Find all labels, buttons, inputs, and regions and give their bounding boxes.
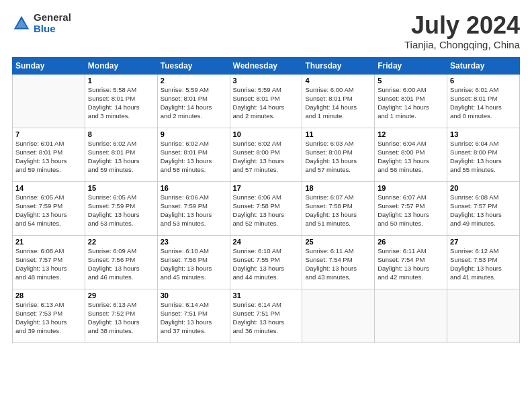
day-number: 30 bbox=[161, 291, 227, 300]
table-row: 4Sunrise: 6:00 AM Sunset: 8:01 PM Daylig… bbox=[302, 74, 375, 128]
day-info: Sunrise: 6:02 AM Sunset: 8:01 PM Dayligh… bbox=[161, 139, 227, 175]
table-row bbox=[13, 74, 85, 128]
day-info: Sunrise: 5:58 AM Sunset: 8:01 PM Dayligh… bbox=[88, 85, 154, 121]
day-info: Sunrise: 6:13 AM Sunset: 7:52 PM Dayligh… bbox=[88, 300, 154, 336]
day-number: 18 bbox=[305, 184, 371, 192]
calendar-week-row: 14Sunrise: 6:05 AM Sunset: 7:59 PM Dayli… bbox=[13, 181, 520, 235]
day-info: Sunrise: 6:13 AM Sunset: 7:53 PM Dayligh… bbox=[15, 300, 82, 336]
day-number: 7 bbox=[15, 130, 82, 138]
day-info: Sunrise: 6:08 AM Sunset: 7:57 PM Dayligh… bbox=[15, 246, 82, 282]
day-number: 14 bbox=[15, 184, 82, 192]
day-number: 2 bbox=[161, 77, 227, 85]
day-number: 19 bbox=[378, 184, 444, 192]
calendar-table: Sunday Monday Tuesday Wednesday Thursday… bbox=[12, 57, 520, 343]
day-number: 5 bbox=[378, 77, 444, 85]
day-number: 4 bbox=[305, 77, 371, 85]
day-info: Sunrise: 6:05 AM Sunset: 7:59 PM Dayligh… bbox=[88, 193, 154, 228]
day-info: Sunrise: 6:07 AM Sunset: 7:58 PM Dayligh… bbox=[305, 193, 371, 228]
table-row: 2Sunrise: 5:59 AM Sunset: 8:01 PM Daylig… bbox=[157, 74, 230, 128]
day-info: Sunrise: 6:09 AM Sunset: 7:56 PM Dayligh… bbox=[88, 246, 154, 282]
header: General Blue July 2024 Tianjia, Chongqin… bbox=[12, 12, 520, 50]
table-row: 30Sunrise: 6:14 AM Sunset: 7:51 PM Dayli… bbox=[157, 289, 230, 342]
table-row bbox=[302, 289, 375, 342]
day-info: Sunrise: 6:10 AM Sunset: 7:56 PM Dayligh… bbox=[161, 246, 227, 282]
day-number: 21 bbox=[15, 238, 82, 246]
day-info: Sunrise: 6:06 AM Sunset: 7:59 PM Dayligh… bbox=[161, 193, 227, 228]
table-row bbox=[447, 289, 520, 342]
day-number: 12 bbox=[378, 130, 444, 138]
day-number: 11 bbox=[305, 130, 371, 138]
calendar-week-row: 21Sunrise: 6:08 AM Sunset: 7:57 PM Dayli… bbox=[13, 235, 520, 289]
table-row: 22Sunrise: 6:09 AM Sunset: 7:56 PM Dayli… bbox=[85, 235, 157, 289]
table-row: 25Sunrise: 6:11 AM Sunset: 7:54 PM Dayli… bbox=[302, 235, 375, 289]
table-row: 14Sunrise: 6:05 AM Sunset: 7:59 PM Dayli… bbox=[13, 181, 85, 235]
table-row bbox=[375, 289, 447, 342]
day-info: Sunrise: 6:04 AM Sunset: 8:00 PM Dayligh… bbox=[378, 139, 444, 175]
table-row: 6Sunrise: 6:01 AM Sunset: 8:01 PM Daylig… bbox=[447, 74, 520, 128]
day-number: 28 bbox=[15, 291, 82, 300]
day-number: 20 bbox=[450, 184, 517, 192]
table-row: 20Sunrise: 6:08 AM Sunset: 7:57 PM Dayli… bbox=[447, 181, 520, 235]
logo: General Blue bbox=[12, 12, 71, 34]
day-info: Sunrise: 5:59 AM Sunset: 8:01 PM Dayligh… bbox=[233, 85, 300, 121]
table-row: 5Sunrise: 6:00 AM Sunset: 8:01 PM Daylig… bbox=[375, 74, 447, 128]
day-number: 1 bbox=[88, 77, 154, 85]
day-info: Sunrise: 6:03 AM Sunset: 8:00 PM Dayligh… bbox=[305, 139, 371, 175]
col-tuesday: Tuesday bbox=[157, 57, 230, 74]
calendar-week-row: 1Sunrise: 5:58 AM Sunset: 8:01 PM Daylig… bbox=[13, 74, 520, 128]
calendar-header-row: Sunday Monday Tuesday Wednesday Thursday… bbox=[13, 57, 520, 74]
day-info: Sunrise: 6:07 AM Sunset: 7:57 PM Dayligh… bbox=[378, 193, 444, 228]
day-info: Sunrise: 5:59 AM Sunset: 8:01 PM Dayligh… bbox=[161, 85, 227, 121]
day-info: Sunrise: 6:05 AM Sunset: 7:59 PM Dayligh… bbox=[15, 193, 82, 228]
day-number: 25 bbox=[305, 238, 371, 246]
table-row: 18Sunrise: 6:07 AM Sunset: 7:58 PM Dayli… bbox=[302, 181, 375, 235]
day-number: 29 bbox=[88, 291, 154, 300]
logo-text: General Blue bbox=[34, 12, 71, 34]
table-row: 8Sunrise: 6:02 AM Sunset: 8:01 PM Daylig… bbox=[85, 128, 157, 181]
table-row: 11Sunrise: 6:03 AM Sunset: 8:00 PM Dayli… bbox=[302, 128, 375, 181]
subtitle: Tianjia, Chongqing, China bbox=[404, 39, 520, 50]
table-row: 28Sunrise: 6:13 AM Sunset: 7:53 PM Dayli… bbox=[13, 289, 85, 342]
col-wednesday: Wednesday bbox=[230, 57, 302, 74]
table-row: 15Sunrise: 6:05 AM Sunset: 7:59 PM Dayli… bbox=[85, 181, 157, 235]
table-row: 31Sunrise: 6:14 AM Sunset: 7:51 PM Dayli… bbox=[230, 289, 302, 342]
col-friday: Friday bbox=[375, 57, 447, 74]
day-number: 31 bbox=[233, 291, 300, 300]
day-number: 27 bbox=[450, 238, 517, 246]
table-row: 26Sunrise: 6:11 AM Sunset: 7:54 PM Dayli… bbox=[375, 235, 447, 289]
table-row: 19Sunrise: 6:07 AM Sunset: 7:57 PM Dayli… bbox=[375, 181, 447, 235]
day-info: Sunrise: 6:14 AM Sunset: 7:51 PM Dayligh… bbox=[233, 300, 300, 336]
day-info: Sunrise: 6:11 AM Sunset: 7:54 PM Dayligh… bbox=[305, 246, 371, 282]
day-info: Sunrise: 6:08 AM Sunset: 7:57 PM Dayligh… bbox=[450, 193, 517, 228]
col-thursday: Thursday bbox=[302, 57, 375, 74]
day-number: 6 bbox=[450, 77, 517, 85]
col-saturday: Saturday bbox=[447, 57, 520, 74]
day-number: 10 bbox=[233, 130, 300, 138]
table-row: 17Sunrise: 6:06 AM Sunset: 7:58 PM Dayli… bbox=[230, 181, 302, 235]
col-sunday: Sunday bbox=[13, 57, 85, 74]
table-row: 1Sunrise: 5:58 AM Sunset: 8:01 PM Daylig… bbox=[85, 74, 157, 128]
day-info: Sunrise: 6:12 AM Sunset: 7:53 PM Dayligh… bbox=[450, 246, 517, 282]
main-title: July 2024 bbox=[404, 12, 520, 39]
logo-blue-text: Blue bbox=[34, 24, 71, 35]
table-row: 27Sunrise: 6:12 AM Sunset: 7:53 PM Dayli… bbox=[447, 235, 520, 289]
logo-icon bbox=[12, 14, 31, 33]
day-number: 16 bbox=[161, 184, 227, 192]
table-row: 9Sunrise: 6:02 AM Sunset: 8:01 PM Daylig… bbox=[157, 128, 230, 181]
table-row: 23Sunrise: 6:10 AM Sunset: 7:56 PM Dayli… bbox=[157, 235, 230, 289]
day-number: 22 bbox=[88, 238, 154, 246]
table-row: 7Sunrise: 6:01 AM Sunset: 8:01 PM Daylig… bbox=[13, 128, 85, 181]
table-row: 21Sunrise: 6:08 AM Sunset: 7:57 PM Dayli… bbox=[13, 235, 85, 289]
table-row: 3Sunrise: 5:59 AM Sunset: 8:01 PM Daylig… bbox=[230, 74, 302, 128]
day-number: 3 bbox=[233, 77, 300, 85]
day-info: Sunrise: 6:06 AM Sunset: 7:58 PM Dayligh… bbox=[233, 193, 300, 228]
title-block: July 2024 Tianjia, Chongqing, China bbox=[404, 12, 520, 50]
day-number: 9 bbox=[161, 130, 227, 138]
table-row: 16Sunrise: 6:06 AM Sunset: 7:59 PM Dayli… bbox=[157, 181, 230, 235]
table-row: 13Sunrise: 6:04 AM Sunset: 8:00 PM Dayli… bbox=[447, 128, 520, 181]
day-number: 17 bbox=[233, 184, 300, 192]
day-number: 8 bbox=[88, 130, 154, 138]
table-row: 10Sunrise: 6:02 AM Sunset: 8:00 PM Dayli… bbox=[230, 128, 302, 181]
day-number: 15 bbox=[88, 184, 154, 192]
day-info: Sunrise: 6:02 AM Sunset: 8:00 PM Dayligh… bbox=[233, 139, 300, 175]
